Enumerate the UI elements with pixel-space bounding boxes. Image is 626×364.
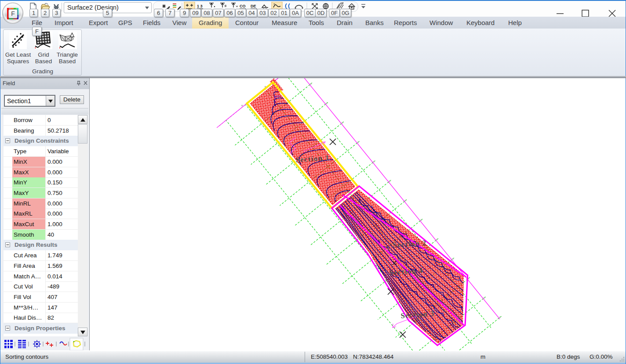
svg-text:1 3: 1 3: [197, 4, 203, 8]
svg-text:DE: DE: [251, 4, 256, 8]
svg-text:CO: CO: [240, 4, 246, 8]
